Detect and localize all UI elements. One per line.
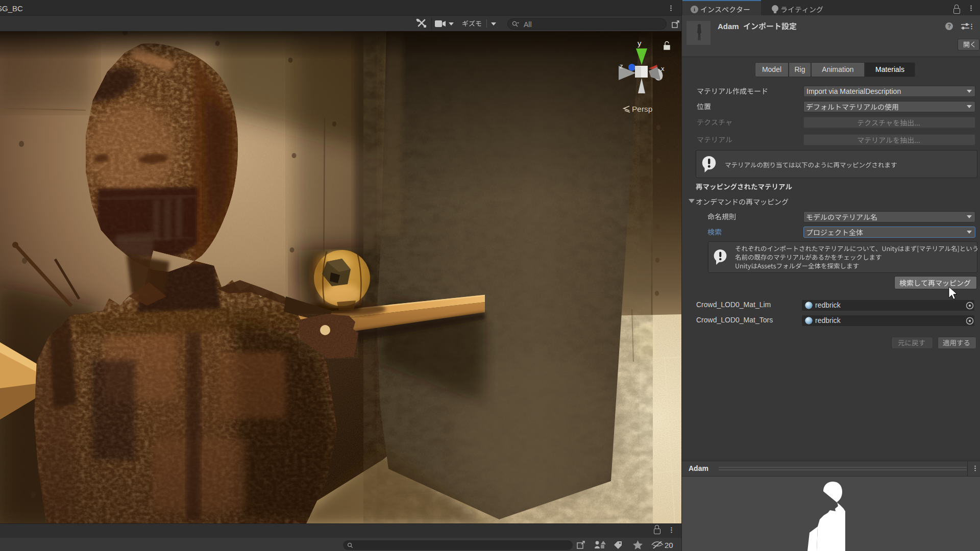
svg-text:x: x bbox=[661, 65, 665, 72]
svg-text:Persp: Persp bbox=[632, 105, 653, 113]
svg-text:y: y bbox=[638, 39, 642, 47]
svg-text:z: z bbox=[620, 62, 623, 70]
